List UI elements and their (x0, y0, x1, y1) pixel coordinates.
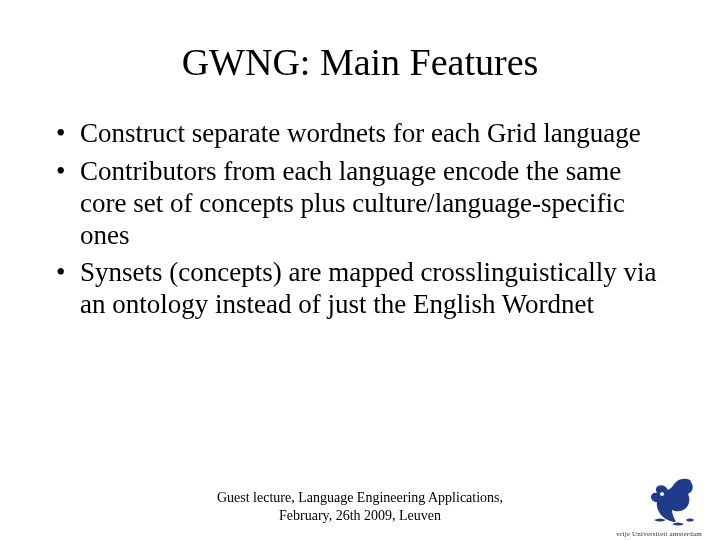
slide-footer: Guest lecture, Language Engineering Appl… (0, 489, 720, 524)
footer-line-2: February, 26th 2009, Leuven (0, 507, 720, 525)
slide-title: GWNG: Main Features (50, 40, 670, 84)
slide: GWNG: Main Features Construct separate w… (0, 0, 720, 540)
bullet-item: Synsets (concepts) are mapped crosslingu… (50, 257, 670, 321)
footer-line-1: Guest lecture, Language Engineering Appl… (0, 489, 720, 507)
bullet-list: Construct separate wordnets for each Gri… (50, 118, 670, 321)
griffin-icon (642, 472, 702, 532)
logo-text: vrije Universiteit amsterdam (616, 530, 702, 538)
bullet-item: Construct separate wordnets for each Gri… (50, 118, 670, 150)
bullet-item: Contributors from each language encode t… (50, 156, 670, 252)
